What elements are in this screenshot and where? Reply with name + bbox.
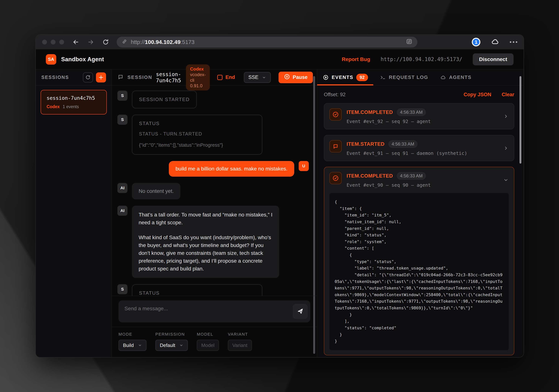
event-card-header: ITEM.COMPLETED4:56:33 AMEvent #evt_92 — … [329,108,509,124]
event-title-row: ITEM.COMPLETED4:56:33 AM [347,172,498,180]
ai-message-paragraph: No content yet. [139,188,174,194]
status-message-bubble: STATUSSTATUS - TURN.STARTED{"id":"0","it… [132,115,262,155]
ai-message-bubble: That’s a tall order. To move fast and “m… [132,206,279,278]
new-session-button[interactable] [96,72,106,82]
chevron-down-icon [503,177,509,183]
status-title: STATUS [139,121,255,126]
system-message-bubble: SESSION STARTED [132,91,197,108]
event-time-badge: 4:56:33 AM [397,108,426,116]
minimize-window-button[interactable] [51,40,56,45]
chevron-right-icon [503,145,509,151]
events-scrollbar[interactable] [520,76,521,164]
event-main: ITEM.COMPLETED4:56:33 AMEvent #evt_92 — … [347,108,498,124]
permission-select[interactable]: Default [155,340,188,351]
tab-events[interactable]: EVENTS92 [323,70,368,85]
event-description: Event #evt_91 — seq 91 — daemon (synthet… [347,151,498,156]
report-bug-link[interactable]: Report Bug [342,56,370,62]
status-json: {"id":"0","items":[],"status":"inProgres… [139,142,255,149]
disconnect-button[interactable]: Disconnect [473,53,513,65]
event-title-row: ITEM.COMPLETED4:56:33 AM [347,108,498,116]
event-icon-chip [329,140,342,152]
avatar: S [117,284,127,294]
message-row-ai: AINo content yet. [117,183,309,199]
control-label: MODEL [197,332,219,337]
more-icon[interactable] [510,41,517,43]
cloud-icon [440,74,446,80]
check-circle-icon [332,175,339,181]
event-time-badge: 4:56:33 AM [397,172,426,180]
session-list: session-7un4c7h5Codex1 events [36,85,112,119]
avatar: S [117,115,127,125]
ai-message-paragraph: That’s a tall order. To move fast and “m… [139,211,272,227]
event-list: ITEM.COMPLETED4:56:33 AMEvent #evt_92 — … [324,103,514,357]
sessions-sidebar: SESSIONS session-7un4c7h5Codex1 events [36,70,112,357]
tab-agents[interactable]: AGENTS [440,70,471,85]
chevron-right-icon [503,145,509,151]
session-name: session-7un4c7h5 [156,71,181,84]
composer [112,296,317,327]
refresh-sessions-button[interactable] [83,72,93,82]
session-panel: SESSION session-7un4c7h5 Codex vcodex-cl… [112,70,317,357]
pause-circle-icon [284,73,290,81]
tab-label: AGENTS [449,74,471,80]
forward-arrow-icon[interactable] [87,38,94,46]
url-bar[interactable]: http://100.94.102.49:5173 [117,37,417,47]
app-logo: SA [46,54,56,65]
events-tabs: EVENTS92REQUEST LOGAGENTS [323,70,471,85]
avatar: S [117,91,127,101]
event-main: ITEM.COMPLETED4:56:33 AMEvent #evt_90 — … [347,172,498,188]
checkbox-icon[interactable] [217,75,223,80]
event-time-badge: 4:56:33 AM [388,140,418,148]
model-input[interactable]: Model [197,340,219,351]
control-mode: MODEBuild [119,332,147,351]
event-title-row: ITEM.STARTED4:56:33 AM [347,140,498,148]
onepassword-icon[interactable]: 1 [472,38,480,46]
avatar: AI [117,183,127,193]
control-label: MODE [119,332,147,337]
pause-button[interactable]: Pause [279,72,313,83]
back-arrow-icon[interactable] [72,38,79,46]
events-count-badge: 92 [356,74,368,81]
control-value: Build [123,342,134,348]
send-button[interactable] [293,304,308,319]
message-row-user: build me a billion dollar saas. make no … [117,161,309,177]
session-bubble-icon [117,74,124,81]
event-card[interactable]: ITEM.COMPLETED4:56:33 AMEvent #evt_92 — … [324,103,514,129]
reload-icon[interactable] [102,38,109,46]
sessions-title: SESSIONS [41,75,69,80]
event-card[interactable]: ITEM.STARTED4:56:33 AMEvent #evt_91 — se… [324,135,514,161]
ai-message-bubble: No content yet. [132,183,180,199]
close-window-button[interactable] [42,40,47,45]
zoom-window-button[interactable] [59,40,64,45]
event-json-payload: { "item": { "item_id": "itm_5", "native_… [329,193,509,350]
tab-label: REQUEST LOG [389,74,428,80]
send-icon [297,307,304,315]
session-item-count: 1 events [63,104,79,109]
transport-select[interactable]: SSE [244,72,271,83]
copy-json-button[interactable]: Copy JSON [464,92,491,98]
tab-request-log[interactable]: REQUEST LOG [380,70,428,85]
event-main: ITEM.STARTED4:56:33 AMEvent #evt_91 — se… [347,140,498,156]
session-list-item[interactable]: session-7un4c7h5Codex1 events [41,90,107,115]
message-input[interactable] [119,300,310,322]
chevron-down-icon [503,177,509,183]
end-session-checkbox[interactable]: End [217,74,235,80]
variant-input[interactable]: Variant [228,340,252,351]
tab-label: EVENTS [332,74,353,80]
chat-bubble-icon [332,143,339,150]
control-model: MODELModel [197,332,219,351]
event-icon-chip [329,108,342,121]
offset-label: Offset: 92 [324,92,346,98]
message-list[interactable]: SSESSION STARTEDSSTATUSSTATUS - TURN.STA… [112,85,317,296]
cloud-icon[interactable] [491,37,499,47]
clear-events-button[interactable]: Clear [502,92,514,98]
event-card-header: ITEM.STARTED4:56:33 AMEvent #evt_91 — se… [329,140,509,156]
session-label: SESSION [127,74,152,80]
chevron-right-icon [503,114,509,119]
session-item-meta: Codex1 events [47,104,101,109]
tab-sliders-icon[interactable] [406,38,412,46]
event-card[interactable]: ITEM.COMPLETED4:56:33 AMEvent #evt_90 — … [324,167,514,355]
mode-select[interactable]: Build [119,340,147,351]
control-label: PERMISSION [155,332,188,337]
play-circle-icon [323,74,329,80]
